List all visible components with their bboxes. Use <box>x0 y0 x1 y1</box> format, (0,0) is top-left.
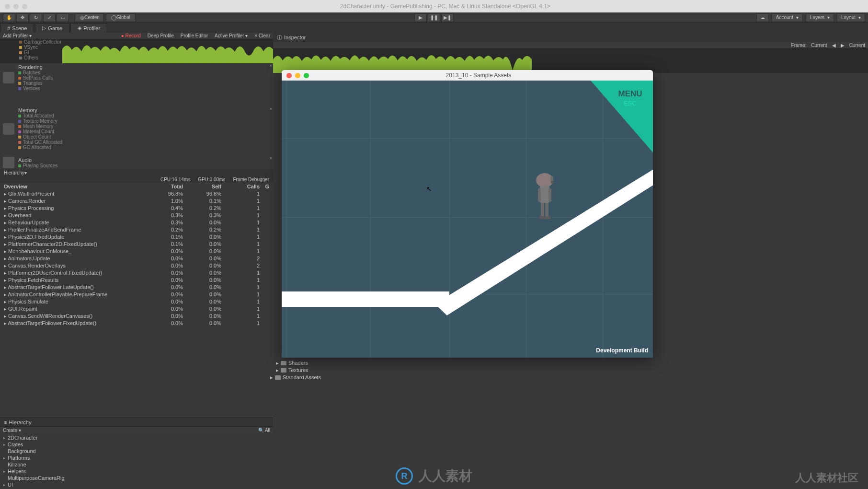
create-dropdown[interactable]: Create ▾ <box>3 428 21 433</box>
memory-label: Memory <box>18 107 62 113</box>
overview-title[interactable]: Overview <box>4 184 145 189</box>
pivot-center-button[interactable]: ◎ Center <box>75 13 104 22</box>
hierarchy-item[interactable]: ▸Helpers <box>2 468 271 475</box>
tab-game[interactable]: ▷ Game <box>35 23 69 33</box>
add-profiler-dropdown[interactable]: Add Profiler ▾ <box>3 33 32 38</box>
profiler-row[interactable]: ▸ Canvas.RenderOverlays0.0%0.0%2 <box>0 262 273 269</box>
hierarchy-item[interactable]: ▸UI <box>2 481 271 488</box>
project-folder-standard-assets[interactable]: ▸ Standard Assets <box>268 374 323 381</box>
rotate-tool-icon[interactable]: ↻ <box>30 13 42 22</box>
col-calls[interactable]: Calls <box>221 184 260 189</box>
maximize-icon[interactable] <box>304 73 309 78</box>
maximize-icon[interactable] <box>22 4 27 9</box>
macos-titlebar: 2dCharacter.unity - GamePublishing - PC,… <box>0 0 868 12</box>
game-window-titlebar[interactable]: 2013_10 - Sample Assets <box>282 70 653 81</box>
current-button[interactable]: Current <box>849 43 865 48</box>
profiler-row[interactable]: ▸ Physics.FetchResults0.0%0.0%1 <box>0 277 273 284</box>
profiler-row[interactable]: ▸ AbstractTargetFollower.FixedUpdate()0.… <box>0 320 273 327</box>
hand-tool-icon[interactable]: ✋ <box>3 13 15 22</box>
profiler-row[interactable]: ▸ AnimatorControllerPlayable.PrepareFram… <box>0 291 273 298</box>
rect-tool-icon[interactable]: ▭ <box>57 13 69 22</box>
inspector-tab[interactable]: ⓘ Inspector <box>273 33 868 42</box>
audio-label: Audio <box>18 157 57 163</box>
prev-frame-button[interactable]: ◀ <box>832 43 836 48</box>
clear-button[interactable]: × Clear <box>254 33 270 38</box>
frame-debugger-button[interactable]: Frame Debugger <box>233 177 269 182</box>
profiler-row[interactable]: ▸ BehaviourUpdate0.3%0.0%1 <box>0 219 273 226</box>
profiler-view-dropdown[interactable]: Hierarchy ▾ <box>0 169 273 176</box>
profiler-row[interactable]: ▸ PlatformerCharacter2D.FixedUpdate()0.1… <box>0 241 273 248</box>
project-tree-fragment[interactable]: ▸ Shaders ▸ Textures ▸ Standard Assets <box>274 360 323 381</box>
profiler-row[interactable]: ▸ Platformer2DUserControl.FixedUpdate()0… <box>0 269 273 277</box>
cursor-icon: ↖ <box>426 185 432 193</box>
col-total[interactable]: Total <box>145 184 183 189</box>
profiler-row[interactable]: ▸ AbstractTargetFollower.LateUpdate()0.0… <box>0 284 273 291</box>
hierarchy-item[interactable]: Killzone <box>2 461 271 468</box>
close-icon[interactable] <box>5 4 10 9</box>
profiler-row[interactable]: ▸ Camera.Render1.0%0.1%1 <box>0 198 273 205</box>
audio-section-header[interactable]: × Audio Playing Sources <box>0 156 273 169</box>
close-section-icon[interactable]: × <box>270 156 272 161</box>
folder-icon <box>281 368 286 373</box>
game-window-title: 2013_10 - Sample Assets <box>309 72 648 79</box>
profiler-row[interactable]: ▸ Canvas.SendWillRenderCanvases()0.0%0.0… <box>0 313 273 320</box>
game-preview-window: 2013_10 - Sample Assets MENU ESC <box>282 70 653 358</box>
cpu-usage-graph[interactable]: GarbageCollector VSync GI Others <box>0 39 273 63</box>
hierarchy-item[interactable]: ▸Crates <box>2 441 271 448</box>
active-profiler-dropdown[interactable]: Active Profiler ▾ <box>215 33 248 38</box>
hierarchy-item[interactable]: Background <box>2 448 271 454</box>
minimize-icon[interactable] <box>295 73 300 78</box>
profile-editor-button[interactable]: Profile Editor <box>181 33 208 38</box>
move-tool-icon[interactable]: ✥ <box>16 13 29 22</box>
tab-profiler[interactable]: ◈ Profiler <box>70 23 107 33</box>
profiler-row[interactable]: ▸ Animators.Update0.0%0.0%2 <box>0 255 273 262</box>
record-button[interactable]: ● Record <box>121 33 141 38</box>
pause-button[interactable]: ❚❚ <box>428 13 440 22</box>
close-icon[interactable] <box>286 73 292 78</box>
tab-scene[interactable]: # Scene <box>0 23 34 33</box>
frame-current-value: Current <box>811 43 827 48</box>
profiler-row[interactable]: ▸ Physics2D.FixedUpdate0.1%0.0%1 <box>0 233 273 241</box>
profiler-row[interactable]: ▸ Physics.Simulate0.0%0.0%1 <box>0 298 273 305</box>
profiler-frame-nav: Frame: Current ◀ ▶ Current <box>273 42 868 49</box>
cloud-icon[interactable]: ☁ <box>756 13 769 22</box>
col-g[interactable]: G <box>260 184 269 189</box>
scale-tool-icon[interactable]: ⤢ <box>43 13 56 22</box>
layers-dropdown[interactable]: Layers ▾ <box>806 13 834 22</box>
account-dropdown[interactable]: Account ▾ <box>772 13 803 22</box>
svg-point-2 <box>551 181 554 184</box>
hierarchy-item[interactable]: ▸2DCharacter <box>2 434 271 441</box>
space-global-button[interactable]: ◯ Global <box>106 13 136 22</box>
memory-section-header[interactable]: × Memory Total Allocated Texture Memory … <box>0 106 273 151</box>
profiler-row[interactable]: ▸ Overhead0.3%0.3%1 <box>0 212 273 219</box>
play-button[interactable]: ▶ <box>414 13 427 22</box>
cpu-graph-extension[interactable] <box>273 49 868 73</box>
profiler-row[interactable]: ▸ GUI.Repaint0.0%0.0%1 <box>0 305 273 313</box>
col-self[interactable]: Self <box>183 184 221 189</box>
hierarchy-item[interactable]: MultipurposeCameraRig <box>2 475 271 481</box>
project-folder-textures[interactable]: ▸ Textures <box>274 367 323 374</box>
search-all-filter[interactable]: 🔍 All <box>258 428 270 433</box>
svg-rect-5 <box>548 188 551 202</box>
memory-icon <box>3 123 14 135</box>
profiler-row[interactable]: ▸ Gfx.WaitForPresent96.8%96.8%1 <box>0 190 273 198</box>
profiler-overview-table[interactable]: ▸ Gfx.WaitForPresent96.8%96.8%1▸ Camera.… <box>0 190 273 418</box>
hierarchy-tab-label[interactable]: Hierarchy <box>9 419 31 425</box>
project-folder-shaders[interactable]: ▸ Shaders <box>274 360 323 367</box>
deep-profile-button[interactable]: Deep Profile <box>148 33 174 38</box>
close-section-icon[interactable]: × <box>270 106 272 111</box>
close-section-icon[interactable]: × <box>270 63 272 68</box>
profiler-row[interactable]: ▸ Monobehaviour.OnMouse_0.0%0.0%1 <box>0 248 273 255</box>
minimize-icon[interactable] <box>13 4 19 9</box>
hierarchy-item[interactable]: ▸Platforms <box>2 454 271 461</box>
rendering-section-header[interactable]: × Rendering Batches SetPass Calls Triang… <box>0 63 273 92</box>
profiler-row[interactable]: ▸ Physics.Processing0.4%0.2%1 <box>0 205 273 212</box>
watermark-main: R 人人素材 <box>396 467 472 485</box>
layout-dropdown[interactable]: Layout ▾ <box>837 13 865 22</box>
profiler-row[interactable]: ▸ Profiler.FinalizeAndSendFrame0.2%0.2%1 <box>0 226 273 233</box>
svg-rect-9 <box>545 216 551 219</box>
game-viewport[interactable]: MENU ESC ↖ Development Build <box>282 81 653 358</box>
next-frame-button[interactable]: ▶ <box>841 43 845 48</box>
step-button[interactable]: ▶❚ <box>441 13 454 22</box>
development-build-label: Development Build <box>596 347 648 354</box>
